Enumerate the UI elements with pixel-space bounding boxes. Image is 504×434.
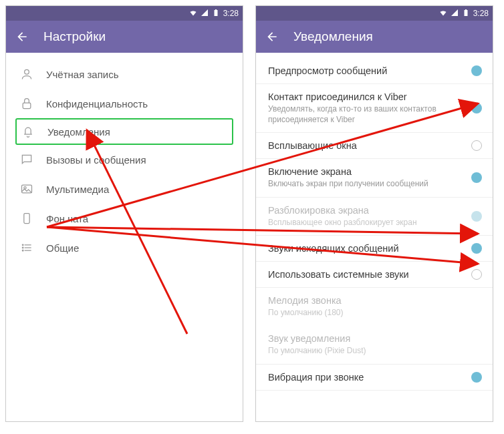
chat-icon bbox=[19, 152, 34, 167]
setting-vibration[interactable]: Вибрация при звонке bbox=[256, 365, 493, 391]
bell-icon bbox=[21, 124, 35, 139]
status-bar: 3:28 bbox=[6, 6, 243, 21]
menu-label: Общие bbox=[46, 242, 79, 254]
svg-point-10 bbox=[22, 250, 23, 251]
setting-system-sounds[interactable]: Использовать системные звуки bbox=[256, 262, 493, 288]
wifi-icon bbox=[189, 9, 197, 19]
toggle-off-icon[interactable] bbox=[471, 140, 482, 151]
phone-frame-icon bbox=[19, 211, 34, 226]
svg-point-0 bbox=[25, 69, 29, 74]
back-arrow-icon[interactable] bbox=[265, 30, 279, 43]
setting-title: Включение экрана bbox=[268, 166, 466, 177]
setting-notification-sound[interactable]: Звук уведомления По умолчанию (Pixie Dus… bbox=[256, 326, 493, 365]
menu-label: Уведомления bbox=[47, 126, 110, 138]
toggle-on-icon[interactable] bbox=[471, 172, 482, 183]
menu-item-notifications[interactable]: Уведомления bbox=[15, 118, 233, 145]
toggle-on-icon[interactable] bbox=[471, 372, 482, 383]
setting-title: Контакт присоединился к Viber bbox=[268, 91, 466, 102]
app-bar: Уведомления bbox=[256, 21, 493, 53]
menu-label: Фон чата bbox=[46, 213, 88, 224]
setting-outgoing-sounds[interactable]: Звуки исходящих сообщений bbox=[256, 236, 493, 262]
menu-item-calls[interactable]: Вызовы и сообщения bbox=[6, 145, 243, 174]
svg-rect-1 bbox=[23, 103, 31, 108]
menu-item-general[interactable]: Общие bbox=[6, 233, 243, 262]
setting-subtitle: По умолчанию (180) bbox=[268, 308, 477, 318]
toggle-on-icon[interactable] bbox=[471, 65, 482, 76]
setting-title: Разблокировка экрана bbox=[268, 205, 466, 216]
toggle-on-icon[interactable] bbox=[471, 243, 482, 254]
setting-title: Звуки исходящих сообщений bbox=[268, 243, 466, 254]
battery-icon bbox=[462, 9, 470, 19]
signal-icon bbox=[451, 9, 459, 19]
lock-icon bbox=[19, 96, 34, 111]
phone-notifications: 3:28 Уведомления Предпросмотр сообщений … bbox=[255, 5, 493, 422]
menu-item-background[interactable]: Фон чата bbox=[6, 204, 243, 233]
app-bar: Настройки bbox=[6, 21, 243, 53]
svg-point-9 bbox=[22, 247, 23, 248]
menu-item-media[interactable]: Мультимедиа bbox=[6, 174, 243, 204]
svg-rect-4 bbox=[24, 214, 29, 224]
status-bar: 3:28 bbox=[256, 6, 493, 21]
setting-title: Всплывающие окна bbox=[268, 140, 466, 151]
wifi-icon bbox=[439, 9, 447, 19]
menu-label: Мультимедиа bbox=[46, 184, 109, 195]
clock-time: 3:28 bbox=[223, 9, 239, 18]
toggle-disabled-icon bbox=[471, 211, 482, 222]
page-title: Настройки bbox=[43, 29, 106, 44]
setting-title: Предпросмотр сообщений bbox=[268, 65, 466, 76]
setting-ringtone[interactable]: Мелодия звонка По умолчанию (180) bbox=[256, 288, 493, 326]
list-icon bbox=[19, 240, 34, 255]
setting-title: Использовать системные звуки bbox=[268, 269, 466, 280]
setting-contact-joined[interactable]: Контакт присоединился к Viber Уведомлять… bbox=[256, 84, 493, 133]
image-icon bbox=[19, 182, 34, 196]
phone-settings: 3:28 Настройки Учётная запись Конфиденци… bbox=[5, 5, 243, 422]
menu-label: Конфиденциальность bbox=[46, 98, 148, 110]
setting-subtitle: По умолчанию (Pixie Dust) bbox=[268, 346, 477, 357]
setting-subtitle: Уведомлять, когда кто-то из ваших контак… bbox=[268, 104, 466, 125]
svg-point-8 bbox=[22, 244, 23, 246]
setting-title: Звук уведомления bbox=[268, 333, 477, 344]
notification-settings-list: Предпросмотр сообщений Контакт присоедин… bbox=[256, 53, 493, 391]
setting-title: Вибрация при звонке bbox=[268, 372, 466, 383]
menu-item-privacy[interactable]: Конфиденциальность bbox=[6, 89, 243, 118]
menu-item-account[interactable]: Учётная запись bbox=[6, 59, 243, 89]
signal-icon bbox=[201, 9, 209, 19]
toggle-off-icon[interactable] bbox=[471, 269, 482, 280]
menu-label: Вызовы и сообщения bbox=[46, 154, 146, 166]
setting-screen-on[interactable]: Включение экрана Включать экран при полу… bbox=[256, 159, 493, 198]
clock-time: 3:28 bbox=[473, 9, 489, 18]
setting-title: Мелодия звонка bbox=[268, 295, 477, 306]
back-arrow-icon[interactable] bbox=[15, 30, 29, 43]
settings-menu: Учётная запись Конфиденциальность Уведом… bbox=[6, 53, 243, 262]
battery-icon bbox=[212, 9, 220, 19]
setting-unlock: Разблокировка экрана Всплывающее окно ра… bbox=[256, 198, 493, 236]
setting-subtitle: Включать экран при получении сообщений bbox=[268, 179, 466, 190]
person-icon bbox=[19, 67, 34, 81]
setting-subtitle: Всплывающее окно разблокирует экран bbox=[268, 218, 466, 228]
setting-popup[interactable]: Всплывающие окна bbox=[256, 133, 493, 159]
menu-label: Учётная запись bbox=[46, 69, 119, 80]
toggle-on-icon[interactable] bbox=[471, 103, 482, 114]
setting-preview[interactable]: Предпросмотр сообщений bbox=[256, 58, 493, 84]
page-title: Уведомления bbox=[293, 29, 373, 44]
